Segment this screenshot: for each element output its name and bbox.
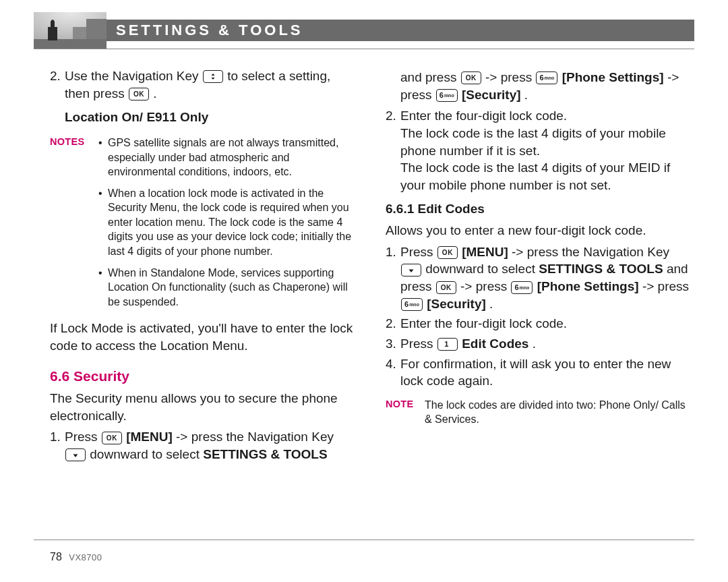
phone-settings-label: [Phone Settings] — [562, 70, 664, 84]
header-title-bar: SETTINGS & TOOLS — [107, 20, 694, 41]
text: The lock code is the last 4 digits of yo… — [400, 126, 666, 158]
continued-step: and press OK -> press 6mno [Phone Settin… — [386, 69, 694, 103]
note-label: NOTE — [386, 398, 425, 427]
text: . — [153, 86, 156, 100]
text: . — [524, 88, 528, 102]
text: For confirmation, it will ask you to ent… — [400, 355, 694, 390]
notes-label: NOTES — [50, 136, 98, 316]
down-key-icon — [401, 264, 421, 277]
right-column: and press OK -> press 6mno [Phone Settin… — [386, 65, 694, 535]
text: downward to select — [425, 262, 539, 276]
text: downward to select — [90, 447, 203, 461]
header-title: SETTINGS & TOOLS — [116, 20, 303, 40]
svg-rect-3 — [86, 19, 107, 39]
editcodes-step-3: 3. Press 1 Edit Codes . — [386, 335, 694, 353]
note-text: When a location lock mode is activated i… — [108, 186, 359, 259]
text: -> press — [642, 279, 689, 293]
security-intro: The Security menu allows you to secure t… — [50, 390, 359, 424]
lockmode-paragraph: If Lock Mode is activated, you'll have t… — [50, 320, 359, 354]
location-subheading: Location On/ E911 Only — [50, 109, 359, 126]
text: Press — [400, 337, 437, 351]
ok-key-icon: OK — [102, 432, 122, 444]
phone-settings-label: [Phone Settings] — [537, 279, 639, 293]
settings-tools-label: SETTINGS & TOOLS — [203, 447, 327, 461]
security-label: [Security] — [462, 88, 521, 102]
key-6-icon: 6mno — [401, 298, 423, 311]
editcodes-step-1: 1. Press OK [MENU] -> press the Navigati… — [386, 243, 694, 313]
ok-key-icon: OK — [437, 246, 458, 259]
page-number: 78 — [50, 551, 62, 562]
text: Enter the four-digit lock code. — [400, 109, 567, 123]
key-6-icon: 6mno — [436, 89, 458, 102]
content-columns: 2. Use the Navigation Key to select a se… — [50, 65, 694, 535]
text: Press — [65, 430, 101, 444]
ok-key-icon: OK — [129, 88, 149, 100]
edit-codes-subheading: 6.6.1 Edit Codes — [386, 200, 694, 218]
note-bullet: •When in Standalone Mode, services suppo… — [98, 266, 359, 310]
security-label: [Security] — [427, 297, 486, 311]
settings-tools-label: SETTINGS & TOOLS — [539, 262, 663, 276]
page-header: SETTINGS & TOOLS — [34, 12, 694, 49]
key-1-icon: 1 — [437, 338, 458, 351]
section-heading-security: 6.6 Security — [50, 367, 359, 386]
header-thumbnail-image — [34, 12, 107, 49]
model-label: VX8700 — [69, 552, 102, 562]
edit-codes-label: Edit Codes — [462, 337, 528, 351]
text: Press — [400, 245, 437, 259]
note-text: GPS satellite signals are not always tra… — [108, 136, 359, 179]
menu-label: [MENU] — [126, 430, 173, 444]
text: -> press — [485, 70, 535, 84]
note-bullet: •GPS satellite signals are not always tr… — [98, 136, 359, 179]
security-step-1: 1. Press OK [MENU] -> press the Navigati… — [50, 428, 359, 463]
note-bullet: •When a location lock mode is activated … — [98, 186, 359, 259]
text: Enter the four-digit lock code. — [400, 315, 694, 332]
key-6-icon: 6mno — [511, 281, 533, 294]
notes-block: NOTES •GPS satellite signals are not alw… — [50, 136, 359, 316]
divider-bottom — [34, 540, 694, 540]
note-text: When in Standalone Mode, services suppor… — [108, 266, 359, 310]
text: -> press the Navigation Key — [512, 245, 669, 259]
left-column: 2. Use the Navigation Key to select a se… — [50, 65, 359, 535]
text: and press — [400, 70, 460, 84]
step-2-navigation: 2. Use the Navigation Key to select a se… — [50, 67, 359, 102]
edit-codes-intro: Allows you to enter a new four-digit loc… — [386, 222, 694, 239]
menu-label: [MENU] — [462, 245, 508, 259]
text: -> press the Navigation Key — [176, 430, 334, 444]
navigation-key-icon — [203, 70, 223, 83]
note-block: NOTE The lock codes are divided into two… — [386, 398, 694, 427]
step-2-enter-code: 2. Enter the four-digit lock code. The l… — [386, 107, 694, 194]
note-text: The lock codes are divided into two: Pho… — [425, 398, 694, 427]
key-6-icon: 6mno — [536, 71, 557, 84]
ok-key-icon: OK — [461, 71, 481, 84]
text: Use the Navigation Key — [65, 69, 202, 83]
divider-top — [34, 49, 694, 49]
text: . — [489, 297, 493, 311]
down-key-icon — [65, 448, 86, 461]
page-footer: 78 VX8700 — [50, 550, 102, 564]
text: . — [533, 337, 536, 351]
text: -> press — [460, 279, 510, 293]
editcodes-step-4: 4.For confirmation, it will ask you to e… — [386, 355, 694, 390]
editcodes-step-2: 2.Enter the four-digit lock code. — [386, 315, 694, 332]
ok-key-icon: OK — [436, 281, 456, 294]
svg-rect-1 — [34, 39, 107, 49]
text: The lock code is the last 4 digits of yo… — [400, 161, 670, 192]
